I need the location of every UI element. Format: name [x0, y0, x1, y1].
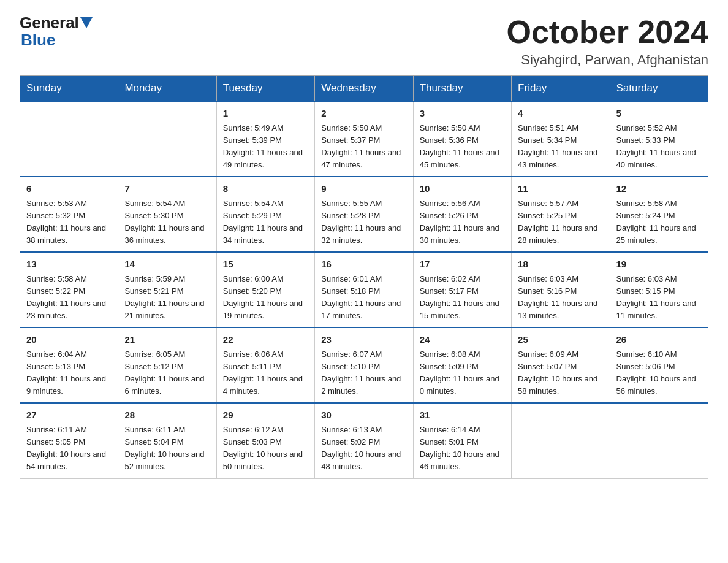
calendar-cell: 10Sunrise: 5:56 AMSunset: 5:26 PMDayligh… [413, 177, 511, 252]
calendar-cell [610, 403, 708, 478]
day-number: 13 [26, 258, 112, 272]
calendar-cell: 20Sunrise: 6:04 AMSunset: 5:13 PMDayligh… [20, 327, 118, 403]
day-number: 6 [26, 182, 112, 196]
day-number: 11 [518, 182, 603, 196]
day-number: 17 [420, 258, 505, 272]
header-friday: Friday [512, 76, 610, 102]
day-info: Sunrise: 5:54 AMSunset: 5:29 PMDaylight:… [223, 197, 308, 247]
calendar-cell: 21Sunrise: 6:05 AMSunset: 5:12 PMDayligh… [118, 327, 216, 403]
logo-blue-text: Blue [21, 31, 55, 49]
logo-triangle-icon [80, 17, 93, 28]
day-info: Sunrise: 6:11 AMSunset: 5:05 PMDaylight:… [26, 424, 112, 473]
calendar-week-row: 13Sunrise: 5:58 AMSunset: 5:22 PMDayligh… [20, 252, 708, 327]
calendar-cell [20, 101, 118, 177]
day-info: Sunrise: 5:57 AMSunset: 5:25 PMDaylight:… [518, 197, 603, 247]
header-wednesday: Wednesday [315, 76, 413, 102]
day-number: 8 [223, 182, 308, 196]
calendar-week-row: 27Sunrise: 6:11 AMSunset: 5:05 PMDayligh… [20, 403, 708, 478]
calendar-cell: 3Sunrise: 5:50 AMSunset: 5:36 PMDaylight… [413, 101, 511, 177]
month-title: October 2024 [507, 15, 709, 50]
header-saturday: Saturday [610, 76, 708, 102]
logo-general-text: General [20, 15, 79, 31]
day-number: 21 [124, 333, 210, 347]
calendar-cell: 25Sunrise: 6:09 AMSunset: 5:07 PMDayligh… [512, 327, 610, 403]
calendar-cell [118, 101, 216, 177]
day-number: 23 [321, 333, 406, 347]
day-number: 3 [420, 107, 505, 121]
logo: General Blue [20, 15, 94, 50]
day-number: 26 [616, 333, 702, 347]
calendar-cell: 6Sunrise: 5:53 AMSunset: 5:32 PMDaylight… [20, 177, 118, 252]
day-info: Sunrise: 5:54 AMSunset: 5:30 PMDaylight:… [124, 197, 210, 247]
day-info: Sunrise: 5:51 AMSunset: 5:34 PMDaylight:… [518, 122, 603, 172]
day-number: 7 [124, 182, 210, 196]
header-thursday: Thursday [413, 76, 511, 102]
day-number: 27 [26, 408, 112, 423]
day-number: 1 [223, 107, 308, 121]
day-info: Sunrise: 6:08 AMSunset: 5:09 PMDaylight:… [420, 348, 505, 398]
day-number: 15 [223, 258, 308, 272]
calendar-cell: 1Sunrise: 5:49 AMSunset: 5:39 PMDaylight… [216, 101, 314, 177]
day-info: Sunrise: 6:09 AMSunset: 5:07 PMDaylight:… [518, 348, 603, 398]
calendar-cell: 24Sunrise: 6:08 AMSunset: 5:09 PMDayligh… [413, 327, 511, 403]
calendar-cell: 9Sunrise: 5:55 AMSunset: 5:28 PMDaylight… [315, 177, 413, 252]
day-info: Sunrise: 6:07 AMSunset: 5:10 PMDaylight:… [321, 348, 406, 398]
calendar-cell: 29Sunrise: 6:12 AMSunset: 5:03 PMDayligh… [216, 403, 314, 478]
day-info: Sunrise: 5:58 AMSunset: 5:24 PMDaylight:… [616, 197, 702, 247]
day-info: Sunrise: 5:50 AMSunset: 5:36 PMDaylight:… [420, 122, 505, 172]
day-number: 18 [518, 258, 603, 272]
calendar-week-row: 6Sunrise: 5:53 AMSunset: 5:32 PMDaylight… [20, 177, 708, 252]
day-number: 4 [518, 107, 603, 121]
day-number: 2 [321, 107, 406, 121]
title-block: October 2024 Siyahgird, Parwan, Afghanis… [507, 15, 709, 68]
day-number: 24 [420, 333, 505, 347]
day-info: Sunrise: 5:53 AMSunset: 5:32 PMDaylight:… [26, 197, 112, 247]
day-info: Sunrise: 5:56 AMSunset: 5:26 PMDaylight:… [420, 197, 505, 247]
day-number: 30 [321, 408, 406, 423]
calendar-cell: 15Sunrise: 6:00 AMSunset: 5:20 PMDayligh… [216, 252, 314, 327]
calendar-cell: 5Sunrise: 5:52 AMSunset: 5:33 PMDaylight… [610, 101, 708, 177]
day-number: 16 [321, 258, 406, 272]
day-info: Sunrise: 6:00 AMSunset: 5:20 PMDaylight:… [223, 273, 308, 323]
calendar-cell: 23Sunrise: 6:07 AMSunset: 5:10 PMDayligh… [315, 327, 413, 403]
day-number: 19 [616, 258, 702, 272]
calendar-cell: 14Sunrise: 5:59 AMSunset: 5:21 PMDayligh… [118, 252, 216, 327]
day-number: 9 [321, 182, 406, 196]
calendar-week-row: 20Sunrise: 6:04 AMSunset: 5:13 PMDayligh… [20, 327, 708, 403]
day-number: 5 [616, 107, 702, 121]
header-sunday: Sunday [20, 76, 118, 102]
calendar-cell [512, 403, 610, 478]
calendar-cell: 16Sunrise: 6:01 AMSunset: 5:18 PMDayligh… [315, 252, 413, 327]
day-info: Sunrise: 6:03 AMSunset: 5:16 PMDaylight:… [518, 273, 603, 323]
calendar-week-row: 1Sunrise: 5:49 AMSunset: 5:39 PMDaylight… [20, 101, 708, 177]
calendar-table: SundayMondayTuesdayWednesdayThursdayFrid… [20, 75, 708, 478]
calendar-cell: 31Sunrise: 6:14 AMSunset: 5:01 PMDayligh… [413, 403, 511, 478]
calendar-cell: 8Sunrise: 5:54 AMSunset: 5:29 PMDaylight… [216, 177, 314, 252]
day-info: Sunrise: 6:10 AMSunset: 5:06 PMDaylight:… [616, 348, 702, 398]
day-number: 10 [420, 182, 505, 196]
day-info: Sunrise: 6:03 AMSunset: 5:15 PMDaylight:… [616, 273, 702, 323]
day-info: Sunrise: 5:58 AMSunset: 5:22 PMDaylight:… [26, 273, 112, 323]
calendar-cell: 7Sunrise: 5:54 AMSunset: 5:30 PMDaylight… [118, 177, 216, 252]
day-info: Sunrise: 6:01 AMSunset: 5:18 PMDaylight:… [321, 273, 406, 323]
calendar-cell: 30Sunrise: 6:13 AMSunset: 5:02 PMDayligh… [315, 403, 413, 478]
header-tuesday: Tuesday [216, 76, 314, 102]
day-number: 25 [518, 333, 603, 347]
day-number: 20 [26, 333, 112, 347]
day-info: Sunrise: 5:52 AMSunset: 5:33 PMDaylight:… [616, 122, 702, 172]
page-header: General Blue October 2024 Siyahgird, Par… [20, 15, 708, 68]
day-number: 31 [420, 408, 505, 423]
calendar-cell: 17Sunrise: 6:02 AMSunset: 5:17 PMDayligh… [413, 252, 511, 327]
calendar-cell: 13Sunrise: 5:58 AMSunset: 5:22 PMDayligh… [20, 252, 118, 327]
day-info: Sunrise: 6:05 AMSunset: 5:12 PMDaylight:… [124, 348, 210, 398]
calendar-cell: 12Sunrise: 5:58 AMSunset: 5:24 PMDayligh… [610, 177, 708, 252]
calendar-cell: 26Sunrise: 6:10 AMSunset: 5:06 PMDayligh… [610, 327, 708, 403]
calendar-cell: 28Sunrise: 6:11 AMSunset: 5:04 PMDayligh… [118, 403, 216, 478]
calendar-cell: 4Sunrise: 5:51 AMSunset: 5:34 PMDaylight… [512, 101, 610, 177]
location-subtitle: Siyahgird, Parwan, Afghanistan [507, 52, 709, 68]
day-info: Sunrise: 5:59 AMSunset: 5:21 PMDaylight:… [124, 273, 210, 323]
day-number: 22 [223, 333, 308, 347]
day-number: 29 [223, 408, 308, 423]
day-number: 14 [124, 258, 210, 272]
calendar-cell: 11Sunrise: 5:57 AMSunset: 5:25 PMDayligh… [512, 177, 610, 252]
